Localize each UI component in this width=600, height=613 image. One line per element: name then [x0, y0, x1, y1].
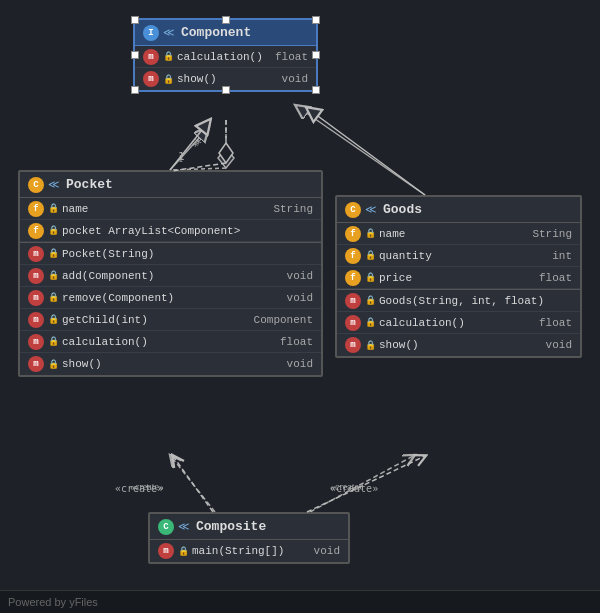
pocket-row-name: f 🔒 name String: [20, 198, 321, 220]
pocket-row-add: m 🔒 add(Component) void: [20, 265, 321, 287]
method-icon: m: [143, 71, 159, 87]
pocket-title: Pocket: [66, 177, 113, 192]
method-name: remove(Component): [62, 292, 283, 304]
pocket-row-constructor: m 🔒 Pocket(String): [20, 243, 321, 265]
handle-tr[interactable]: [312, 16, 320, 24]
method-name: show(): [379, 339, 542, 351]
method-icon: m: [143, 49, 159, 65]
field-icon: f: [345, 226, 361, 242]
diagram-area: 1 * «create» «create» I ≪ Component m 🔒 …: [0, 0, 600, 590]
lock-icon: 🔒: [365, 229, 375, 239]
pocket-row-calculation: m 🔒 calculation() float: [20, 331, 321, 353]
svg-text:«create»: «create»: [115, 483, 163, 494]
lock-icon: 🔒: [48, 315, 58, 325]
svg-text:«create»: «create»: [330, 481, 364, 492]
method-type: float: [539, 317, 572, 329]
handle-ml[interactable]: [131, 51, 139, 59]
method-name: calculation(): [62, 336, 276, 348]
lock-icon: 🔒: [48, 271, 58, 281]
component-box[interactable]: I ≪ Component m 🔒 calculation() float m …: [133, 18, 318, 92]
handle-mr[interactable]: [312, 51, 320, 59]
method-icon: m: [345, 337, 361, 353]
handle-br[interactable]: [312, 86, 320, 94]
method-icon: m: [28, 312, 44, 328]
pocket-header: C ≪ Pocket: [20, 172, 321, 198]
pocket-row-remove: m 🔒 remove(Component) void: [20, 287, 321, 309]
lock-icon: 🔒: [178, 546, 188, 556]
pocket-row-pocket: f 🔒 pocket ArrayList<Component>: [20, 220, 321, 242]
method-name: calculation(): [177, 51, 271, 63]
handle-tl[interactable]: [131, 16, 139, 24]
method-type: void: [287, 358, 313, 370]
method-icon: m: [28, 268, 44, 284]
svg-marker-5: [218, 148, 234, 168]
composite-box[interactable]: C ≪ Composite m 🔒 main(String[]) void: [148, 512, 350, 564]
field-type: int: [552, 250, 572, 262]
svg-line-14: [170, 120, 210, 170]
lock-icon: 🔒: [163, 52, 173, 62]
goods-row-price: f 🔒 price float: [337, 267, 580, 289]
field-name: pocket ArrayList<Component>: [62, 225, 309, 237]
lock-icon: 🔒: [48, 293, 58, 303]
method-type: Component: [254, 314, 313, 326]
field-name: name: [379, 228, 528, 240]
method-name: show(): [62, 358, 283, 370]
svg-line-9: [170, 455, 215, 512]
component-row-calculation: m 🔒 calculation() float: [135, 46, 316, 68]
method-icon: m: [345, 315, 361, 331]
lock-icon: 🔒: [48, 204, 58, 214]
svg-text:*: *: [192, 138, 199, 153]
field-icon: f: [28, 223, 44, 239]
composite-header: C ≪ Composite: [150, 514, 348, 540]
lock-icon: 🔒: [365, 251, 375, 261]
goods-row-name: f 🔒 name String: [337, 223, 580, 245]
method-name: add(Component): [62, 270, 283, 282]
goods-row-quantity: f 🔒 quantity int: [337, 245, 580, 267]
lock-icon: 🔒: [365, 318, 375, 328]
footer-text: Powered by yFiles: [8, 596, 98, 608]
goods-row-show: m 🔒 show() void: [337, 334, 580, 356]
lock-icon: 🔒: [48, 226, 58, 236]
handle-tm[interactable]: [222, 16, 230, 24]
method-icon: m: [28, 356, 44, 372]
field-type: String: [532, 228, 572, 240]
stereotype-icon: ≪: [178, 520, 190, 533]
handle-bl[interactable]: [131, 86, 139, 94]
field-name: price: [379, 272, 535, 284]
goods-row-calculation: m 🔒 calculation() float: [337, 312, 580, 334]
class-icon: C: [28, 177, 44, 193]
method-name: main(String[]): [192, 545, 310, 557]
svg-text:*: *: [194, 135, 202, 151]
svg-line-11: [310, 455, 415, 512]
composite-row-main: m 🔒 main(String[]) void: [150, 540, 348, 562]
interface-icon: I: [143, 25, 159, 41]
field-icon: f: [28, 201, 44, 217]
field-icon: f: [345, 270, 361, 286]
composite-title: Composite: [196, 519, 266, 534]
pocket-box[interactable]: C ≪ Pocket f 🔒 name String f 🔒 pocket Ar…: [18, 170, 323, 377]
class-icon: C: [158, 519, 174, 535]
stereotype-icon: ≪: [365, 203, 377, 216]
field-icon: f: [345, 248, 361, 264]
method-name: Goods(String, int, float): [379, 295, 568, 307]
method-type: void: [546, 339, 572, 351]
goods-row-constructor: m 🔒 Goods(String, int, float): [337, 290, 580, 312]
field-name: quantity: [379, 250, 548, 262]
method-icon: m: [28, 290, 44, 306]
method-icon: m: [158, 543, 174, 559]
component-title: Component: [181, 25, 251, 40]
svg-line-23: [307, 456, 425, 512]
field-type: String: [273, 203, 313, 215]
method-icon: m: [28, 334, 44, 350]
lock-icon: 🔒: [365, 296, 375, 306]
stereotype-icon: ≪: [163, 26, 175, 39]
handle-bm[interactable]: [222, 86, 230, 94]
lock-icon: 🔒: [48, 359, 58, 369]
lock-icon: 🔒: [365, 273, 375, 283]
method-icon: m: [28, 246, 44, 262]
method-type: void: [282, 73, 308, 85]
field-type: float: [539, 272, 572, 284]
method-name: calculation(): [379, 317, 535, 329]
goods-box[interactable]: C ≪ Goods f 🔒 name String f 🔒 quantity i…: [335, 195, 582, 358]
method-icon: m: [345, 293, 361, 309]
